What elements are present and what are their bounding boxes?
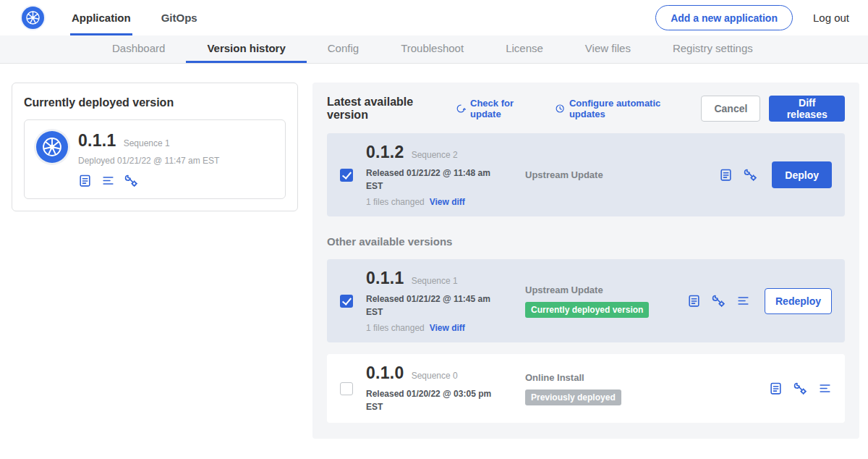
config-icon[interactable]	[712, 294, 726, 308]
version-info: 0.1.1 Sequence 1 Released 01/21/22 @ 11:…	[366, 269, 516, 333]
currently-deployed-badge: Currently deployed version	[525, 302, 649, 318]
version-actions: Redeploy	[687, 288, 832, 314]
deployed-action-icons	[78, 174, 219, 188]
configure-automatic-updates-link[interactable]: Configure automatic updates	[555, 98, 686, 119]
redeploy-button[interactable]: Redeploy	[765, 288, 832, 314]
version-number: 0.1.2	[366, 143, 404, 162]
version-source-column: Online Install Previously deployed	[516, 372, 769, 405]
view-diff-link[interactable]: View diff	[430, 197, 465, 207]
released-timestamp: Released 01/21/22 @ 11:48 am EST	[366, 167, 495, 193]
version-source-column: Upstream Update Currently deployed versi…	[516, 285, 687, 318]
released-timestamp: Released 01/21/22 @ 11:45 am EST	[366, 292, 495, 319]
version-select-checkbox[interactable]	[340, 382, 353, 395]
app-subnav: Dashboard Version history Config Trouble…	[0, 35, 868, 64]
files-changed-line: 1 files changedView diff	[366, 323, 516, 333]
version-source-label: Upstream Update	[525, 285, 687, 295]
subnav-version-history[interactable]: Version history	[186, 35, 306, 63]
top-header: Application GitOps Add a new application…	[0, 0, 868, 35]
logs-icon[interactable]	[818, 382, 832, 395]
check-for-update-link[interactable]: Check for update	[456, 98, 539, 119]
version-source-label: Upstream Update	[525, 169, 719, 180]
logout-button[interactable]: Log out	[813, 12, 849, 24]
header-actions: Add a new application Log out	[655, 0, 849, 35]
version-row: 0.1.0 Sequence 0 Released 01/20/22 @ 03:…	[327, 354, 845, 423]
check-for-update-label: Check for update	[470, 98, 539, 119]
clock-icon	[555, 103, 565, 114]
release-notes-icon[interactable]	[687, 294, 701, 308]
deployed-version-info: 0.1.1 Sequence 1 Deployed 01/21/22 @ 11:…	[78, 131, 219, 188]
currently-deployed-card: Currently deployed version 0.1.1 Sequenc…	[12, 83, 298, 211]
deploy-button[interactable]: Deploy	[772, 161, 832, 188]
other-versions-title: Other available versions	[327, 235, 845, 248]
latest-version-title: Latest available version	[327, 96, 444, 122]
subnav-config[interactable]: Config	[307, 35, 380, 63]
version-actions: Deploy	[719, 161, 832, 188]
configure-updates-label: Configure automatic updates	[569, 98, 686, 119]
deployed-version-tile: 0.1.1 Sequence 1 Deployed 01/21/22 @ 11:…	[24, 119, 286, 199]
released-timestamp: Released 01/20/22 @ 03:05 pm EST	[366, 387, 495, 413]
version-actions	[769, 382, 832, 395]
version-source-label: Online Install	[525, 372, 769, 383]
version-number: 0.1.0	[366, 363, 404, 383]
kubernetes-logo-icon	[22, 7, 44, 29]
deployed-version-number: 0.1.1	[78, 131, 116, 151]
sequence-label: Sequence 2	[412, 150, 458, 160]
sequence-label: Sequence 1	[412, 276, 458, 286]
version-number: 0.1.1	[366, 269, 404, 288]
sequence-label: Sequence 0	[412, 371, 458, 381]
version-select-checkbox[interactable]	[340, 295, 353, 308]
version-history-panel: Latest available version Check for updat…	[312, 83, 859, 439]
diff-releases-button[interactable]: Diff releases	[769, 96, 845, 122]
version-source-column: Upstream Update	[516, 169, 719, 180]
header-tab-application[interactable]: Application	[70, 0, 132, 35]
config-icon[interactable]	[124, 174, 138, 188]
app-icon	[36, 131, 68, 163]
release-notes-icon[interactable]	[78, 174, 92, 188]
files-changed-label: 1 files changed	[366, 323, 425, 333]
header-tab-gitops[interactable]: GitOps	[160, 0, 199, 35]
subnav-registry-settings[interactable]: Registry settings	[652, 35, 774, 63]
deployed-timestamp: Deployed 01/21/22 @ 11:47 am EST	[78, 156, 219, 166]
files-changed-line: 1 files changedView diff	[366, 197, 516, 207]
refresh-icon	[456, 103, 466, 114]
add-new-application-button[interactable]: Add a new application	[655, 5, 793, 30]
subnav-troubleshoot[interactable]: Troubleshoot	[380, 35, 485, 63]
logs-icon[interactable]	[736, 294, 750, 308]
version-info: 0.1.2 Sequence 2 Released 01/21/22 @ 11:…	[366, 143, 516, 207]
config-icon[interactable]	[793, 382, 807, 395]
release-notes-icon[interactable]	[719, 168, 733, 182]
deployed-sequence-label: Sequence 1	[124, 138, 170, 148]
config-icon[interactable]	[744, 168, 757, 182]
subnav-view-files[interactable]: View files	[564, 35, 652, 63]
subnav-dashboard[interactable]: Dashboard	[91, 35, 186, 63]
subnav-license[interactable]: License	[485, 35, 564, 63]
latest-version-header: Latest available version Check for updat…	[327, 96, 845, 122]
version-select-checkbox[interactable]	[340, 169, 353, 182]
deployed-card-title: Currently deployed version	[24, 96, 286, 109]
app-logo	[22, 0, 44, 35]
previously-deployed-badge: Previously deployed	[525, 389, 621, 405]
version-row: 0.1.2 Sequence 2 Released 01/21/22 @ 11:…	[327, 133, 845, 216]
version-row: 0.1.1 Sequence 1 Released 01/21/22 @ 11:…	[327, 259, 845, 342]
logs-icon[interactable]	[101, 174, 115, 188]
main-content: Currently deployed version 0.1.1 Sequenc…	[0, 64, 868, 439]
version-info: 0.1.0 Sequence 0 Released 01/20/22 @ 03:…	[366, 363, 516, 413]
release-notes-icon[interactable]	[769, 382, 783, 395]
view-diff-link[interactable]: View diff	[430, 323, 465, 333]
files-changed-label: 1 files changed	[366, 197, 425, 207]
cancel-button[interactable]: Cancel	[701, 96, 760, 122]
